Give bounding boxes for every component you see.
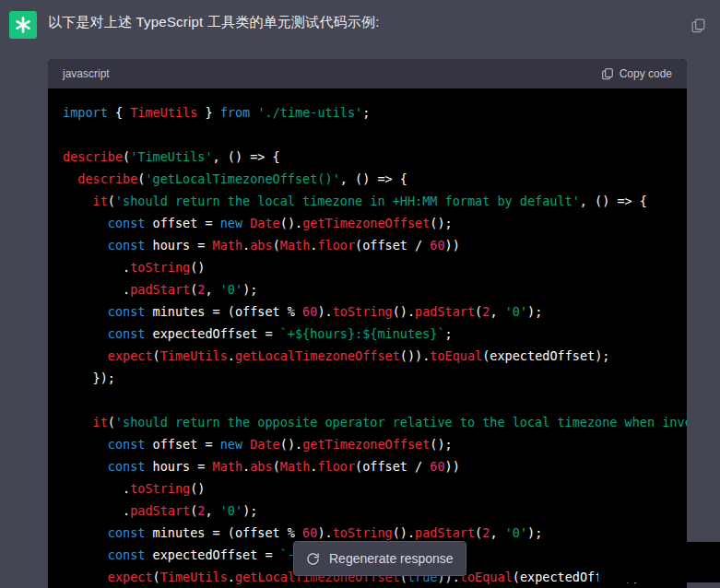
code-line: it('should return the opposite operator … [63,411,672,433]
code-content[interactable]: import { TimeUtils } from './time-utils'… [48,88,687,588]
code-line: .toString() [63,477,672,500]
message-copy-button[interactable] [690,17,707,33]
code-line: const expectedOffset = `+${hours}:${minu… [63,323,672,345]
code-line: .toString() [63,256,672,278]
regenerate-label: Regenerate response [329,551,454,566]
code-line: expect(TimeUtils.getLocalTimezoneOffset(… [63,345,672,367]
assistant-avatar [9,11,37,39]
code-line: const hours = Math.abs(Math.floor(offset… [63,234,672,256]
code-line: .padStart(2, '0'); [63,278,672,300]
code-line: const offset = new Date().getTimezoneOff… [63,433,672,455]
message-text: 以下是对上述 TypeScript 工具类的单元测试代码示例: [48,14,679,31]
code-line: describe('TimeUtils', () => { [63,146,672,168]
regenerate-button[interactable]: Regenerate response [293,541,466,576]
code-line: const offset = new Date().getTimezoneOff… [63,212,672,234]
openai-logo-icon [14,16,32,34]
clipboard-icon [601,67,614,80]
clipboard-icon [690,18,706,33]
code-line [63,389,672,411]
code-line [63,123,672,146]
code-block-header: javascript Copy code [48,59,687,88]
code-language-label: javascript [63,67,110,80]
code-line: .padStart(2, '0'); [63,500,672,522]
copy-code-button[interactable]: Copy code [601,67,672,80]
code-line: describe('getLocalTimezoneOffset()', () … [63,168,672,190]
chat-screen: 以下是对上述 TypeScript 工具类的单元测试代码示例: javascri… [0,0,720,588]
code-block: javascript Copy code import { TimeUtils … [48,59,687,588]
black-overlay [598,542,720,582]
code-line: const minutes = (offset % 60).toString()… [63,300,672,323]
code-line: it('should return the local timezone in … [63,190,672,212]
code-line: import { TimeUtils } from './time-utils'… [63,101,672,123]
refresh-icon [306,552,320,566]
copy-code-label: Copy code [620,67,672,80]
code-line: }); [63,367,672,389]
code-line: const hours = Math.abs(Math.floor(offset… [63,455,672,477]
